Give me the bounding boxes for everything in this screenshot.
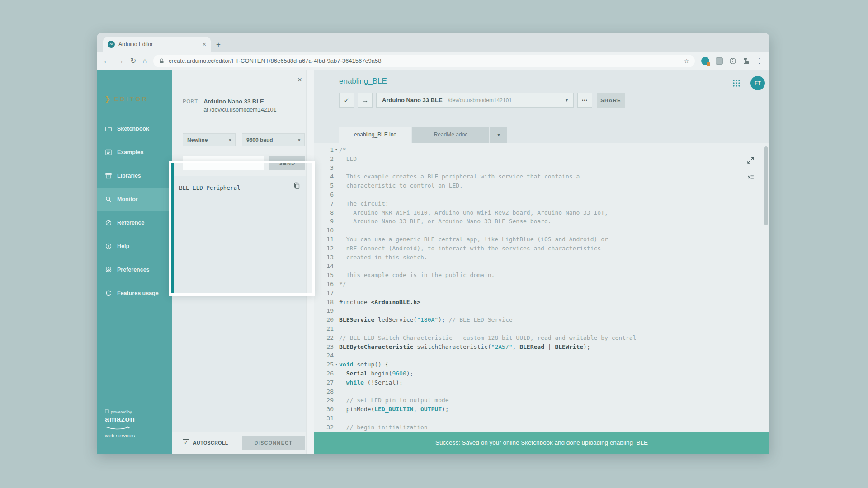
powered-by: powered by xyxy=(105,409,135,414)
line-number: 7 xyxy=(314,199,334,208)
code-line[interactable]: 25▾void setup() { xyxy=(314,360,769,369)
disconnect-button[interactable]: DISCONNECT xyxy=(242,436,305,450)
code-line[interactable]: 19 xyxy=(314,306,769,315)
code-line[interactable]: 26 Serial.begin(9600); xyxy=(314,369,769,378)
code-line[interactable]: 8 - Arduino MKR WiFi 1010, Arduino Uno W… xyxy=(314,208,769,217)
tabs-dropdown-button[interactable]: ▾ xyxy=(490,127,507,143)
code-line[interactable]: 30 pinMode(LED_BUILTIN, OUTPUT); xyxy=(314,405,769,414)
monitor-message-input[interactable] xyxy=(183,156,264,170)
code-line[interactable]: 24 xyxy=(314,351,769,360)
tab-close-icon[interactable]: × xyxy=(203,41,206,48)
examples-icon xyxy=(105,149,112,156)
autoscroll-checkbox[interactable]: ✓ AUTOSCROLL xyxy=(183,439,228,446)
address-bar[interactable]: create.arduino.cc/editor/FT-CONTENT/86e6… xyxy=(153,55,695,67)
code-line[interactable]: 5 characteristic to control an LED. xyxy=(314,181,769,190)
board-selector[interactable]: Arduino Nano 33 BLE /dev/cu.usbmodem1421… xyxy=(376,93,574,108)
browser-tab[interactable]: ∞ Arduino Editor × xyxy=(103,37,211,52)
code-line[interactable]: 27 while (!Serial); xyxy=(314,378,769,387)
sidebar-item-preferences[interactable]: Preferences xyxy=(97,258,172,282)
browser-menu-icon[interactable]: ⋮ xyxy=(756,57,763,65)
monitor-close-icon[interactable]: × xyxy=(297,75,302,84)
line-number: 3 xyxy=(314,164,334,173)
line-number: 12 xyxy=(314,244,334,253)
info-icon[interactable] xyxy=(729,57,736,65)
extensions-puzzle-icon[interactable] xyxy=(743,57,750,65)
code-text: LED xyxy=(339,155,357,164)
arduino-editor-page: ❯EDITOR SketchbookExamplesLibrariesMonit… xyxy=(97,70,769,454)
code-text: Arduino Nano 33 BLE, or Arduino Nano 33 … xyxy=(339,217,552,226)
code-line[interactable]: 18#include <ArduinoBLE.h> xyxy=(314,298,769,307)
code-line[interactable]: 2 LED xyxy=(314,155,769,164)
back-button[interactable]: ← xyxy=(103,57,110,65)
home-button[interactable]: ⌂ xyxy=(142,57,147,65)
line-ending-select[interactable]: Newline ▾ xyxy=(183,133,236,146)
status-bar: Success: Saved on your online Sketchbook… xyxy=(314,432,769,454)
send-button[interactable]: SEND xyxy=(269,156,305,170)
console-toggle-icon[interactable] xyxy=(747,174,755,181)
share-button[interactable]: SHARE xyxy=(597,93,625,108)
code-line[interactable]: 22// BLE LED Switch Characteristic - cus… xyxy=(314,333,769,343)
editor-scrollbar[interactable] xyxy=(764,146,768,225)
code-line[interactable]: 21 xyxy=(314,324,769,333)
apps-grid-icon[interactable] xyxy=(732,79,741,87)
code-line[interactable]: 13 created in this sketch. xyxy=(314,253,769,262)
fold-spacer xyxy=(334,262,339,271)
monitor-settings-row: Newline ▾ 9600 baud ▾ xyxy=(183,133,305,146)
more-options-button[interactable]: ••• xyxy=(577,93,592,108)
code-line[interactable]: 9 Arduino Nano 33 BLE, or Arduino Nano 3… xyxy=(314,217,769,226)
fold-spacer xyxy=(334,190,339,199)
line-number: 31 xyxy=(314,414,334,423)
preferences-icon xyxy=(105,266,112,273)
tab-enabling-ble-ino[interactable]: enabling_BLE.ino xyxy=(339,127,411,143)
code-line[interactable]: 17 xyxy=(314,289,769,298)
code-line[interactable]: 14 xyxy=(314,262,769,271)
fold-spacer xyxy=(334,315,339,324)
bookmark-star-icon[interactable]: ☆ xyxy=(684,57,689,65)
sidebar-item-label: Preferences xyxy=(117,267,150,273)
avatar[interactable]: FT xyxy=(750,76,765,90)
copy-icon[interactable] xyxy=(293,182,300,189)
monitor-output-console[interactable]: BLE LED Peripheral xyxy=(172,176,306,432)
fold-spacer xyxy=(334,343,339,352)
code-line[interactable]: 1▾/* xyxy=(314,145,769,155)
code-line[interactable]: 7 The circuit: xyxy=(314,199,769,208)
sidebar-item-features-usage[interactable]: Features usage xyxy=(97,282,172,305)
upload-button[interactable]: → xyxy=(358,93,373,108)
code-line[interactable]: 3 xyxy=(314,164,769,173)
forward-button[interactable]: → xyxy=(117,57,124,65)
lock-icon xyxy=(159,58,165,64)
code-line[interactable]: 23BLEByteCharacteristic switchCharacteri… xyxy=(314,343,769,352)
code-line[interactable]: 16*/ xyxy=(314,280,769,289)
code-line[interactable]: 31 xyxy=(314,414,769,423)
tab-readme-adoc[interactable]: ReadMe.adoc xyxy=(412,127,489,143)
code-line[interactable]: 6 xyxy=(314,190,769,199)
code-line[interactable]: 28 xyxy=(314,387,769,396)
code-text: BLEService ledService("180A"); // BLE LE… xyxy=(339,315,513,324)
code-line[interactable]: 15 This example code is in the public do… xyxy=(314,271,769,280)
chevron-down-icon: ▾ xyxy=(566,98,568,103)
code-line[interactable]: 10 xyxy=(314,226,769,235)
sidebar-item-examples[interactable]: Examples xyxy=(97,141,172,164)
code-line[interactable]: 12 nRF Connect (Android), to interact wi… xyxy=(314,244,769,253)
extension-square-icon[interactable] xyxy=(716,57,723,65)
sidebar-item-monitor[interactable]: Monitor xyxy=(97,188,172,211)
fold-arrow-icon[interactable]: ▾ xyxy=(334,360,339,369)
sidebar-item-libraries[interactable]: Libraries xyxy=(97,164,172,188)
code-line[interactable]: 32 // begin initialization xyxy=(314,423,769,432)
code-text: You can use a generic BLE central app, l… xyxy=(339,235,608,244)
fold-arrow-icon[interactable]: ▾ xyxy=(334,145,339,155)
extension-badge-icon[interactable] xyxy=(701,57,709,65)
code-line[interactable]: 4 This example creates a BLE peripheral … xyxy=(314,172,769,181)
sidebar-item-help[interactable]: ?Help xyxy=(97,235,172,258)
code-editor[interactable]: 1▾/*2 LED34 This example creates a BLE p… xyxy=(314,143,769,432)
sidebar-item-sketchbook[interactable]: Sketchbook xyxy=(97,117,172,141)
code-line[interactable]: 20BLEService ledService("180A"); // BLE … xyxy=(314,315,769,324)
fullscreen-icon[interactable] xyxy=(747,156,755,164)
code-line[interactable]: 11 You can use a generic BLE central app… xyxy=(314,235,769,244)
sidebar-item-reference[interactable]: Reference xyxy=(97,211,172,235)
new-tab-button[interactable]: + xyxy=(216,41,221,48)
code-line[interactable]: 29 // set LED pin to output mode xyxy=(314,396,769,405)
reload-button[interactable]: ↻ xyxy=(130,57,136,65)
verify-button[interactable]: ✓ xyxy=(339,93,354,108)
baud-rate-select[interactable]: 9600 baud ▾ xyxy=(242,133,305,146)
